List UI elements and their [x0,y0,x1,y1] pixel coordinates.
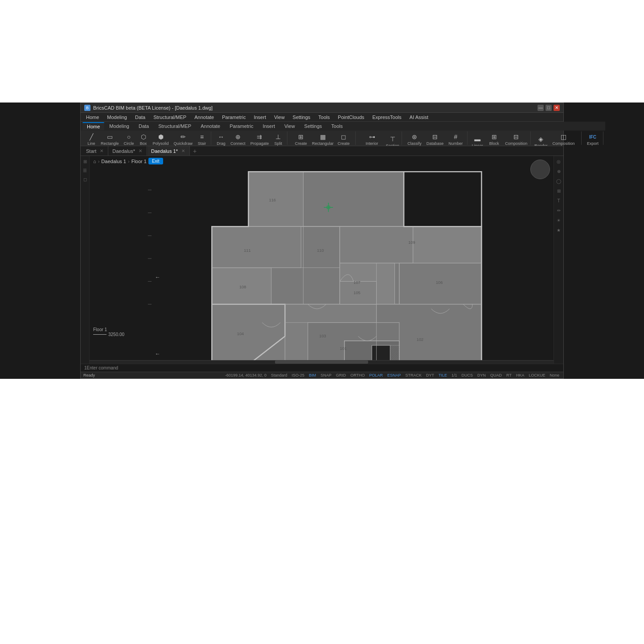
status-none[interactable]: None [548,373,561,377]
sidebar-icon-2[interactable]: ☰ [82,167,89,174]
status-lockue[interactable]: LOCKUE [527,373,546,377]
status-quad[interactable]: QUAD [489,373,503,377]
btn-rectangular-grid[interactable]: ▦ Rectangular Grid [312,131,333,146]
close-daedalus-tab[interactable]: ✕ [139,148,142,153]
btn-create-window[interactable]: ⊞ Create Window [291,131,311,146]
menu-annotate[interactable]: Annotate [191,114,217,121]
status-snap[interactable]: SNAP [319,373,333,377]
tab-data[interactable]: Data [134,123,153,130]
propagate-icon: ⇉ [255,132,264,141]
btn-split[interactable]: ⊥ Split [272,131,284,146]
tab-annotate[interactable]: Annotate [196,123,225,130]
btn-circle[interactable]: ○ Circle [122,131,136,146]
right-icon-5[interactable]: T [555,197,562,204]
maximize-button[interactable]: □ [546,105,552,111]
close-start-tab[interactable]: ✕ [100,148,103,153]
ifc-icon: IFC [588,132,597,141]
btn-drag[interactable]: ↔ Drag [215,131,227,146]
tab-structural[interactable]: Structural/MEP [154,123,196,130]
right-icon-3[interactable]: ◯ [555,177,562,185]
btn-create-space[interactable]: ◻ Create space [335,131,352,146]
btn-rectangle[interactable]: ▭ Rectangle [99,131,121,146]
status-ducs[interactable]: DUCS [460,373,475,377]
doc-tab-daedalus[interactable]: Daedalus* ✕ [109,146,147,156]
right-icon-7[interactable]: ☀ [555,217,562,224]
add-tab-button[interactable]: + [190,148,199,155]
btn-quickdraw[interactable]: ✏ Quickdraw [172,131,195,146]
btn-line[interactable]: ╱ Line [85,131,98,146]
btn-database[interactable]: ⊟ Database [425,131,446,146]
status-standard[interactable]: Standard [270,373,289,377]
status-tile[interactable]: TILE [437,373,448,377]
right-icon-2[interactable]: ⊕ [555,168,562,175]
status-dyn[interactable]: DYN [476,373,487,377]
title-bar: B BricsCAD BIM beta (BETA License) - [Da… [81,103,563,113]
right-icon-6[interactable]: ✏ [555,207,562,214]
status-grid[interactable]: GRID [335,373,348,377]
btn-linear-solid[interactable]: ▬ Linear Solid [471,134,484,146]
ribbon-group-sketch: ╱ Line ▭ Rectangle ○ Circle ⬡ [82,131,211,145]
tab-parametric[interactable]: Parametric [225,123,258,130]
tab-insert[interactable]: Insert [258,123,279,130]
right-icon-1[interactable]: ◎ [555,158,562,165]
btn-stair[interactable]: ≡ Stair [196,131,208,146]
svg-text:102: 102 [417,337,423,342]
btn-interior-elevations[interactable]: ⊶ Interior elevations [359,131,385,146]
btn-section[interactable]: ⊤ Section [386,134,399,146]
toolbar-container: Home Modeling Data Structural/MEP Annota… [81,122,563,146]
status-ortho[interactable]: ORTHO [349,373,366,377]
menu-parametric[interactable]: Parametric [218,114,249,121]
btn-polysolid[interactable]: ⬢ Polysolid [151,131,171,146]
tab-view[interactable]: View [280,123,299,130]
btn-export-ifc[interactable]: IFC Export to IFC [585,131,600,146]
right-icon-8[interactable]: ★ [555,226,562,234]
btn-composition-material[interactable]: ◫ Composition Material [549,131,578,146]
doc-tab-daedalus1[interactable]: Daedalus 1* ✕ [148,146,190,156]
status-polar[interactable]: POLAR [368,373,384,377]
close-button[interactable]: ✕ [554,105,560,111]
btn-box[interactable]: ⬡ Box [137,131,150,146]
menu-tools[interactable]: Tools [315,114,333,121]
sidebar-icon-1[interactable]: ⊞ [82,158,89,165]
right-icon-4[interactable]: ⊞ [555,187,562,194]
btn-number[interactable]: # Number [447,131,464,146]
status-strack[interactable]: STRACK [404,373,423,377]
menu-expresstools[interactable]: ExpressTools [369,114,405,121]
tab-home[interactable]: Home [82,122,104,130]
close-daedalus1-tab[interactable]: ✕ [181,148,185,153]
tab-settings[interactable]: Settings [300,123,327,130]
scrollbar-thumb-h[interactable] [275,361,368,364]
menu-settings[interactable]: Settings [289,114,314,121]
menu-data[interactable]: Data [131,114,149,121]
btn-connect[interactable]: ⊕ Connect [229,131,247,146]
horizontal-scrollbar[interactable] [90,360,554,364]
btn-classify[interactable]: ⊛ Classify [406,131,423,146]
status-hka[interactable]: HKA [515,373,526,377]
nav-wheel[interactable] [530,160,550,179]
menu-aiassist[interactable]: AI Assist [406,114,432,121]
menu-insert[interactable]: Insert [250,114,270,121]
menu-pointclouds[interactable]: PointClouds [334,114,368,121]
btn-render[interactable]: ◈ Render [534,134,547,146]
svg-rect-18 [372,345,390,361]
tab-tools[interactable]: Tools [327,123,347,130]
doc-tab-start[interactable]: Start ✕ [82,146,108,156]
status-scale[interactable]: 1/1 [450,373,459,377]
status-iso[interactable]: ISO-25 [291,373,306,377]
tab-modeling[interactable]: Modeling [105,123,134,130]
menu-home[interactable]: Home [82,114,103,121]
menu-modeling[interactable]: Modeling [103,114,131,121]
status-esnap[interactable]: ESNAP [386,373,402,377]
command-bar[interactable]: 1 Enter command [81,364,563,372]
status-bim[interactable]: BIM [308,373,317,377]
minimize-button[interactable]: — [537,105,544,111]
status-dyt[interactable]: DYT [425,373,435,377]
sidebar-icon-3[interactable]: ◻ [82,176,89,183]
btn-propagate[interactable]: ⇉ Propagate [249,131,271,146]
btn-composition-level[interactable]: ⊟ Composition Level of detail [505,131,528,146]
menu-structural[interactable]: Structural/MEP [150,114,190,121]
menu-view[interactable]: View [271,114,288,121]
btn-block-level[interactable]: ⊞ Block Level of detail [485,131,503,146]
exit-button[interactable]: Exit [148,158,163,164]
status-rt[interactable]: RT [505,373,513,377]
